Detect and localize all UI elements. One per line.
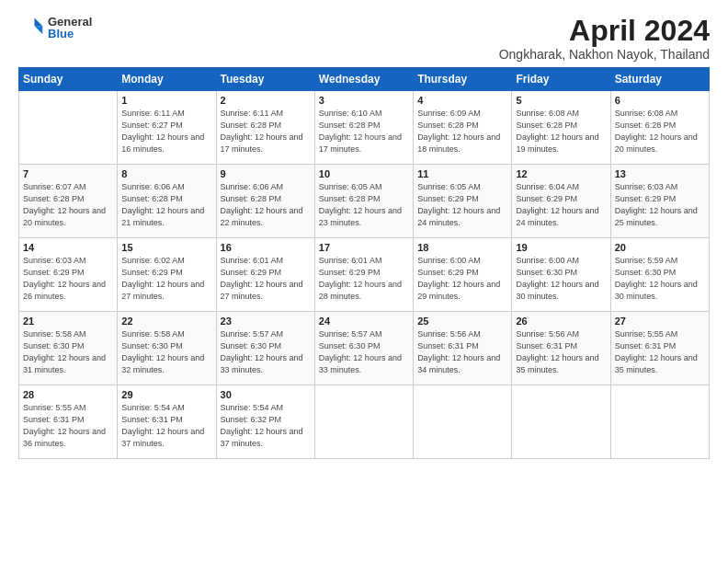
- calendar-cell: 24 Sunrise: 5:57 AMSunset: 6:30 PMDaylig…: [314, 312, 413, 385]
- calendar-cell: [19, 91, 118, 165]
- day-info: Sunrise: 6:11 AMSunset: 6:28 PMDaylight:…: [221, 109, 303, 154]
- day-info: Sunrise: 6:02 AMSunset: 6:29 PMDaylight:…: [121, 256, 204, 301]
- col-monday: Monday: [118, 68, 216, 91]
- day-number: 24: [319, 316, 409, 327]
- calendar-cell: 20 Sunrise: 5:59 AMSunset: 6:30 PMDaylig…: [610, 238, 709, 312]
- day-number: 20: [615, 242, 705, 253]
- logo-blue: Blue: [48, 28, 92, 40]
- day-number: 17: [319, 242, 409, 253]
- calendar-cell: 26 Sunrise: 5:56 AMSunset: 6:31 PMDaylig…: [512, 312, 610, 385]
- day-info: Sunrise: 6:05 AMSunset: 6:29 PMDaylight:…: [417, 182, 500, 227]
- calendar-cell: 15 Sunrise: 6:02 AMSunset: 6:29 PMDaylig…: [118, 238, 216, 312]
- calendar-cell: 6 Sunrise: 6:08 AMSunset: 6:28 PMDayligh…: [610, 91, 709, 165]
- day-number: 2: [221, 95, 311, 106]
- day-info: Sunrise: 6:09 AMSunset: 6:28 PMDaylight:…: [417, 109, 500, 154]
- day-number: 22: [121, 316, 211, 327]
- day-number: 21: [23, 316, 113, 327]
- day-info: Sunrise: 6:06 AMSunset: 6:28 PMDaylight:…: [121, 182, 204, 227]
- day-info: Sunrise: 5:54 AMSunset: 6:31 PMDaylight:…: [121, 403, 204, 448]
- calendar-week-5: 28 Sunrise: 5:55 AMSunset: 6:31 PMDaylig…: [19, 385, 710, 459]
- day-info: Sunrise: 5:57 AMSunset: 6:30 PMDaylight:…: [221, 329, 303, 374]
- day-info: Sunrise: 5:58 AMSunset: 6:30 PMDaylight:…: [23, 329, 106, 374]
- day-info: Sunrise: 5:54 AMSunset: 6:32 PMDaylight:…: [221, 403, 303, 448]
- logo-icon: [18, 15, 44, 40]
- day-number: 15: [121, 242, 211, 253]
- calendar-week-2: 7 Sunrise: 6:07 AMSunset: 6:28 PMDayligh…: [19, 165, 710, 238]
- calendar-cell: [512, 385, 610, 459]
- day-info: Sunrise: 5:56 AMSunset: 6:31 PMDaylight:…: [516, 329, 598, 374]
- col-friday: Friday: [512, 68, 610, 91]
- day-number: 23: [221, 316, 311, 327]
- svg-marker-1: [35, 26, 43, 34]
- day-info: Sunrise: 5:57 AMSunset: 6:30 PMDaylight:…: [319, 329, 402, 374]
- day-info: Sunrise: 6:07 AMSunset: 6:28 PMDaylight:…: [23, 182, 106, 227]
- calendar-cell: 22 Sunrise: 5:58 AMSunset: 6:30 PMDaylig…: [118, 312, 216, 385]
- calendar-week-4: 21 Sunrise: 5:58 AMSunset: 6:30 PMDaylig…: [19, 312, 710, 385]
- calendar-cell: 16 Sunrise: 6:01 AMSunset: 6:29 PMDaylig…: [216, 238, 314, 312]
- day-info: Sunrise: 6:03 AMSunset: 6:29 PMDaylight:…: [615, 182, 698, 227]
- calendar-cell: 21 Sunrise: 5:58 AMSunset: 6:30 PMDaylig…: [19, 312, 118, 385]
- calendar-cell: 17 Sunrise: 6:01 AMSunset: 6:29 PMDaylig…: [314, 238, 413, 312]
- day-number: 14: [23, 242, 113, 253]
- day-info: Sunrise: 6:00 AMSunset: 6:30 PMDaylight:…: [516, 256, 598, 301]
- calendar-cell: 30 Sunrise: 5:54 AMSunset: 6:32 PMDaylig…: [216, 385, 314, 459]
- day-number: 18: [417, 242, 507, 253]
- day-number: 30: [221, 389, 311, 400]
- main-title: April 2024: [499, 15, 710, 47]
- col-tuesday: Tuesday: [216, 68, 314, 91]
- day-number: 29: [121, 389, 211, 400]
- day-info: Sunrise: 6:06 AMSunset: 6:28 PMDaylight:…: [221, 182, 303, 227]
- calendar-cell: 25 Sunrise: 5:56 AMSunset: 6:31 PMDaylig…: [414, 312, 512, 385]
- calendar-cell: 14 Sunrise: 6:03 AMSunset: 6:29 PMDaylig…: [19, 238, 118, 312]
- day-number: 9: [221, 168, 311, 179]
- day-number: 16: [221, 242, 311, 253]
- calendar-cell: 5 Sunrise: 6:08 AMSunset: 6:28 PMDayligh…: [512, 91, 610, 165]
- col-wednesday: Wednesday: [314, 68, 413, 91]
- day-number: 12: [516, 168, 606, 179]
- calendar-cell: 3 Sunrise: 6:10 AMSunset: 6:28 PMDayligh…: [314, 91, 413, 165]
- day-number: 25: [417, 316, 507, 327]
- day-number: 19: [516, 242, 606, 253]
- calendar-cell: 18 Sunrise: 6:00 AMSunset: 6:29 PMDaylig…: [414, 238, 512, 312]
- header-row: Sunday Monday Tuesday Wednesday Thursday…: [19, 68, 710, 91]
- day-number: 11: [417, 168, 507, 179]
- calendar-cell: 28 Sunrise: 5:55 AMSunset: 6:31 PMDaylig…: [19, 385, 118, 459]
- calendar-cell: 23 Sunrise: 5:57 AMSunset: 6:30 PMDaylig…: [216, 312, 314, 385]
- day-number: 13: [615, 168, 705, 179]
- calendar-cell: 8 Sunrise: 6:06 AMSunset: 6:28 PMDayligh…: [118, 165, 216, 238]
- calendar-table: Sunday Monday Tuesday Wednesday Thursday…: [18, 67, 710, 459]
- day-info: Sunrise: 5:58 AMSunset: 6:30 PMDaylight:…: [121, 329, 204, 374]
- col-sunday: Sunday: [19, 68, 118, 91]
- calendar-cell: 19 Sunrise: 6:00 AMSunset: 6:30 PMDaylig…: [512, 238, 610, 312]
- day-info: Sunrise: 5:56 AMSunset: 6:31 PMDaylight:…: [417, 329, 500, 374]
- day-number: 5: [516, 95, 606, 106]
- calendar-cell: [610, 385, 709, 459]
- logo: General Blue: [18, 15, 92, 40]
- day-number: 27: [615, 316, 705, 327]
- day-info: Sunrise: 6:05 AMSunset: 6:28 PMDaylight:…: [319, 182, 402, 227]
- calendar-cell: 2 Sunrise: 6:11 AMSunset: 6:28 PMDayligh…: [216, 91, 314, 165]
- day-info: Sunrise: 6:01 AMSunset: 6:29 PMDaylight:…: [319, 256, 402, 301]
- day-number: 4: [417, 95, 507, 106]
- logo-text: General Blue: [48, 16, 92, 40]
- day-number: 6: [615, 95, 705, 106]
- calendar-cell: 13 Sunrise: 6:03 AMSunset: 6:29 PMDaylig…: [610, 165, 709, 238]
- day-info: Sunrise: 6:04 AMSunset: 6:29 PMDaylight:…: [516, 182, 598, 227]
- day-number: 28: [23, 389, 113, 400]
- title-block: April 2024 Ongkharak, Nakhon Nayok, Thai…: [499, 15, 710, 62]
- page: General Blue April 2024 Ongkharak, Nakho…: [0, 0, 728, 468]
- calendar-cell: 27 Sunrise: 5:55 AMSunset: 6:31 PMDaylig…: [610, 312, 709, 385]
- day-number: 3: [319, 95, 409, 106]
- calendar-cell: 12 Sunrise: 6:04 AMSunset: 6:29 PMDaylig…: [512, 165, 610, 238]
- day-info: Sunrise: 6:01 AMSunset: 6:29 PMDaylight:…: [221, 256, 303, 301]
- header: General Blue April 2024 Ongkharak, Nakho…: [18, 15, 710, 62]
- calendar-cell: 7 Sunrise: 6:07 AMSunset: 6:28 PMDayligh…: [19, 165, 118, 238]
- subtitle: Ongkharak, Nakhon Nayok, Thailand: [499, 47, 710, 62]
- calendar-cell: [314, 385, 413, 459]
- day-info: Sunrise: 5:55 AMSunset: 6:31 PMDaylight:…: [615, 329, 698, 374]
- col-saturday: Saturday: [610, 68, 709, 91]
- day-number: 8: [121, 168, 211, 179]
- calendar-cell: 10 Sunrise: 6:05 AMSunset: 6:28 PMDaylig…: [314, 165, 413, 238]
- calendar-cell: 4 Sunrise: 6:09 AMSunset: 6:28 PMDayligh…: [414, 91, 512, 165]
- calendar-body: 1 Sunrise: 6:11 AMSunset: 6:27 PMDayligh…: [19, 91, 710, 459]
